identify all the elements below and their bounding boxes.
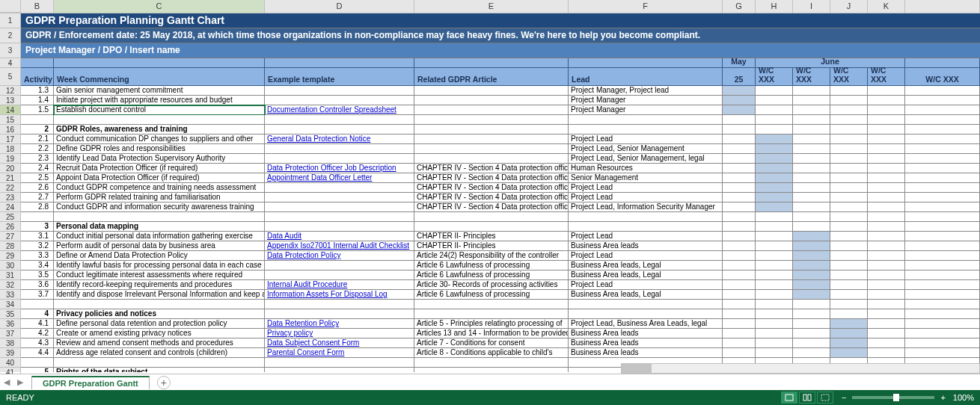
gantt-cell[interactable] — [793, 319, 830, 329]
col-header[interactable]: K — [868, 0, 905, 13]
row-header[interactable]: 35 — [0, 309, 21, 319]
cell[interactable]: 2.2 — [21, 144, 54, 154]
cell[interactable]: Data Protection Policy — [265, 251, 414, 261]
cell[interactable]: Project Lead, Senior Management, legal — [569, 154, 723, 164]
cell[interactable]: Conduct communication DP changes to supp… — [54, 135, 265, 144]
cell[interactable] — [265, 261, 414, 270]
spreadsheet-grid[interactable]: GDPR Preparation Planning Gantt Chart GD… — [21, 13, 980, 372]
gantt-cell[interactable] — [756, 164, 793, 173]
cell[interactable]: Business Area leads, Legal — [569, 261, 723, 270]
row-header[interactable]: 31 — [0, 270, 21, 280]
cell[interactable]: Data Retention Policy — [265, 319, 414, 329]
zoom-slider[interactable] — [852, 396, 934, 399]
gantt-cell[interactable] — [723, 329, 756, 338]
gantt-cell[interactable] — [868, 144, 905, 154]
gantt-cell[interactable] — [723, 125, 756, 135]
gantt-cell[interactable] — [868, 183, 905, 193]
cell[interactable]: 3.3 — [21, 251, 54, 261]
row-headers[interactable]: 1234512131415161718192021222324252627282… — [0, 13, 21, 372]
gantt-cell[interactable] — [830, 319, 868, 329]
cell[interactable]: Business Area leads — [569, 329, 723, 338]
gantt-cell[interactable] — [793, 125, 830, 135]
table-row[interactable]: 3.5Conduct legitimate interest assessmen… — [21, 270, 980, 280]
cell[interactable]: 2.7 — [21, 193, 54, 202]
cell[interactable]: Conduct GDPR and information security aw… — [54, 202, 265, 212]
gantt-cell[interactable] — [793, 261, 830, 270]
row-header[interactable]: 17 — [0, 135, 21, 144]
table-row[interactable]: 3.1Conduct initial personal data informa… — [21, 232, 980, 241]
row-header[interactable]: 32 — [0, 280, 21, 290]
row-header[interactable]: 13 — [0, 96, 21, 105]
gantt-cell[interactable] — [723, 164, 756, 173]
gantt-cell[interactable] — [830, 251, 868, 261]
tab-prev-icon[interactable]: ◀ — [1, 376, 12, 389]
cell[interactable]: Project Manager — [569, 105, 723, 115]
cell[interactable]: Perform audit of personal data by busine… — [54, 241, 265, 251]
row-header[interactable]: 38 — [0, 338, 21, 348]
gantt-cell[interactable] — [756, 193, 793, 202]
cell[interactable]: Initiate project with appropriate resour… — [54, 96, 265, 105]
cell[interactable]: Article 5 - Principles relatingto proces… — [414, 319, 569, 329]
cell[interactable]: Conduct legitimate interest assessments … — [54, 270, 265, 280]
gantt-cell[interactable] — [756, 338, 793, 348]
gantt-cell[interactable] — [756, 96, 793, 105]
hscroll-thumb[interactable] — [622, 364, 652, 373]
gantt-cell[interactable] — [868, 338, 905, 348]
gantt-cell[interactable] — [830, 309, 868, 319]
gantt-cell[interactable] — [723, 261, 756, 270]
row-header[interactable]: 40 — [0, 358, 21, 368]
cell[interactable]: Recruit Data Protection Officer (if requ… — [54, 164, 265, 173]
gantt-cell[interactable] — [868, 125, 905, 135]
cell[interactable]: Project Lead — [569, 232, 723, 241]
gantt-cell[interactable] — [756, 135, 793, 144]
cell[interactable]: Identify lawful basis for processing per… — [54, 261, 265, 270]
gantt-cell[interactable] — [793, 96, 830, 105]
gantt-cell[interactable] — [756, 348, 793, 358]
cell[interactable]: Internal Audit Procedure — [265, 280, 414, 290]
row-header[interactable]: 18 — [0, 144, 21, 154]
cell[interactable] — [265, 309, 414, 319]
gantt-cell[interactable] — [868, 193, 905, 202]
cell[interactable]: Article 7 - Conditions for consent — [414, 338, 569, 348]
cell[interactable] — [265, 144, 414, 154]
gantt-cell[interactable] — [793, 144, 830, 154]
table-row[interactable]: 2.3Identify Lead Data Protection Supervi… — [21, 154, 980, 164]
table-row[interactable]: 4.2Create or amend existing privacy noti… — [21, 329, 980, 338]
cell[interactable]: Rights of the data subject — [54, 368, 265, 372]
gantt-cell[interactable] — [830, 144, 868, 154]
cell[interactable] — [569, 125, 723, 135]
gantt-cell[interactable] — [830, 222, 868, 232]
cell[interactable]: Define or Amend Data Protection Policy — [54, 251, 265, 261]
row-header[interactable]: 29 — [0, 251, 21, 261]
row-header[interactable]: 21 — [0, 173, 21, 183]
gantt-cell[interactable] — [723, 144, 756, 154]
cell[interactable] — [414, 309, 569, 319]
zoom-level[interactable]: 100% — [953, 393, 974, 402]
cell[interactable]: CHAPTER IV - Section 4 Data protection o… — [414, 183, 569, 193]
col-header[interactable]: F — [569, 0, 723, 13]
cell[interactable]: Identify Lead Data Protection Supervisor… — [54, 154, 265, 164]
cell[interactable]: Article 8 - Conditions applicable to chi… — [414, 348, 569, 358]
cell[interactable]: 2 — [21, 125, 54, 135]
gantt-cell[interactable] — [830, 329, 868, 338]
cell[interactable]: 1.3 — [21, 86, 54, 96]
table-row[interactable]: 2.8Conduct GDPR and information security… — [21, 202, 980, 212]
gantt-cell[interactable] — [723, 105, 756, 115]
gantt-cell[interactable] — [723, 154, 756, 164]
cell[interactable] — [414, 144, 569, 154]
cell[interactable]: Human Resources — [569, 164, 723, 173]
gantt-cell[interactable] — [793, 164, 830, 173]
cell[interactable]: Privacy policies and notices — [54, 309, 265, 319]
gantt-cell[interactable] — [756, 173, 793, 183]
cell[interactable]: Project Lead — [569, 135, 723, 144]
cell[interactable]: 2.6 — [21, 183, 54, 193]
col-header[interactable]: D — [265, 0, 414, 13]
cell[interactable]: 2.5 — [21, 173, 54, 183]
cell[interactable] — [569, 309, 723, 319]
row-header[interactable]: 36 — [0, 319, 21, 329]
cell[interactable]: Article 24(2) Responsibility of the cont… — [414, 251, 569, 261]
cell[interactable]: 3.2 — [21, 241, 54, 251]
cell[interactable] — [414, 86, 569, 96]
table-row[interactable]: 3.4Identify lawful basis for processing … — [21, 261, 980, 270]
gantt-cell[interactable] — [756, 144, 793, 154]
